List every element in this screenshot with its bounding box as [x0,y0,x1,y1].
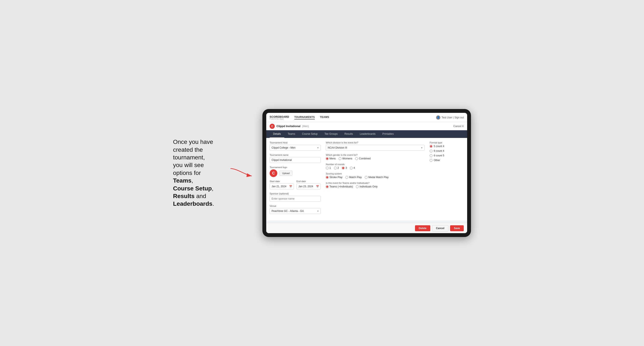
scoring-group: Scoring system Stroke Play Match Play [326,172,424,179]
rounds-4-option[interactable]: 4 [350,167,355,170]
format-other-radio[interactable] [430,159,432,162]
arrow-indicator [228,167,254,179]
gender-combined-option[interactable]: Combined [355,157,370,160]
gender-mens-option[interactable]: Mens [326,157,336,160]
logo-upload-area: C Upload [270,170,321,177]
scoring-stroke-radio[interactable] [326,176,328,179]
cancel-top-button[interactable]: Cancel X [453,125,464,128]
tab-results[interactable]: Results [341,130,356,138]
end-date-calendar-icon: 📅 [316,185,319,188]
rounds-label: Number of rounds [326,163,424,166]
division-group: Which division is the event for? NCAA Di… [326,141,424,151]
tab-leaderboards[interactable]: Leaderboards [356,130,379,138]
intro-text: Once you have created the tournament, yo… [173,138,220,208]
delete-button[interactable]: Delete [415,225,430,231]
format-6count5-option[interactable]: 6 count 5 [430,154,464,157]
tournament-host-group: Tournament Host Clippd College - Men ▼ [270,141,321,151]
gender-combined-radio[interactable] [355,157,358,160]
tournament-header: C Clippd Invitational (Men) Cancel X [266,122,467,130]
teams-plus-individuals-option[interactable]: Teams (+Individuals) [326,185,353,188]
rounds-4-radio[interactable] [350,167,353,170]
format-6count4-option[interactable]: 6 count 4 [430,149,464,152]
tab-teams[interactable]: Teams [284,130,298,138]
scoring-match-radio[interactable] [346,176,348,179]
rounds-1-radio[interactable] [326,167,328,170]
save-button[interactable]: Save [450,225,464,231]
division-select[interactable]: NCAA Division III [326,145,424,151]
tournament-name: Clippd Invitational [276,125,300,128]
tournament-name-label: Tournament name [270,154,321,156]
gender-womens-option[interactable]: Womens [338,157,352,160]
user-area: 👤 Test User | Sign out [436,115,464,120]
tab-tee-groups[interactable]: Tee Groups [321,130,341,138]
teams-plus-radio[interactable] [326,185,328,188]
format-6count4-radio[interactable] [430,150,432,152]
upload-button[interactable]: Upload [280,171,292,176]
tab-printables[interactable]: Printables [379,130,397,138]
tournament-tag: (Men) [302,125,309,128]
scoring-medal-radio[interactable] [365,176,368,179]
gender-group: Which gender is the event for? Mens Wome… [326,154,424,160]
format-type-label: Format type [430,141,464,144]
user-avatar-icon: 👤 [436,115,440,120]
tournament-host-select[interactable]: Clippd College - Men [270,145,321,151]
start-date-calendar-icon: 📅 [289,185,292,188]
nav-tournaments[interactable]: TOURNAMENTS [294,116,315,119]
tournament-name-group: Tournament name [270,154,321,163]
rounds-radio-group: 1 2 3 4 [326,167,424,170]
end-date-group: End date 📅 [296,180,321,189]
tab-details[interactable]: Details [270,130,284,138]
tournament-logo-label: Tournament logo [270,166,321,169]
division-label: Which division is the event for? [326,141,424,144]
tablet-frame: SCOREBOARD Powered by clippd TOURNAMENTS… [262,109,471,237]
user-label[interactable]: Test User | Sign out [442,116,464,119]
format-5count4-option[interactable]: 5 count 4 [430,145,464,148]
rounds-2-radio[interactable] [334,167,337,170]
rounds-2-option[interactable]: 2 [334,167,339,170]
col-left: Tournament Host Clippd College - Men ▼ T… [270,141,321,217]
end-date-label: End date [296,180,321,182]
bottom-bar: Delete Cancel Save [266,223,467,233]
logo-preview: C [270,170,277,177]
venue-select[interactable]: Peachtree GC - Atlanta - GA [270,208,321,214]
tab-course-setup[interactable]: Course Setup [298,130,321,138]
rounds-1-option[interactable]: 1 [326,167,331,170]
format-6count5-radio[interactable] [430,154,432,157]
scoring-stroke-option[interactable]: Stroke Play [326,176,342,179]
sponsor-input[interactable] [270,196,321,202]
section-divider [266,220,467,223]
gender-label: Which gender is the event for? [326,154,424,156]
sponsor-group: Sponsor (optional) [270,192,321,202]
format-other-option[interactable]: Other [430,159,464,162]
individuals-only-radio[interactable] [356,185,358,188]
format-group: 5 count 4 6 count 4 6 count 5 Other [430,145,464,162]
gender-womens-radio[interactable] [338,157,341,160]
scoring-medal-option[interactable]: Medal Match Play [365,176,388,179]
nav-links: TOURNAMENTS TEAMS [294,116,329,119]
start-date-label: Start date [270,180,294,182]
rounds-3-radio[interactable] [342,167,344,170]
sponsor-label: Sponsor (optional) [270,192,321,195]
teams-group: Is this event for Teams and/or Individua… [326,182,424,188]
teams-radio-group: Teams (+Individuals) Individuals Only [326,185,424,188]
tournament-name-input[interactable] [270,157,321,163]
format-5count4-radio[interactable] [430,145,432,148]
tournament-logo-circle: C [270,124,275,129]
gender-mens-radio[interactable] [326,157,328,160]
individuals-only-option[interactable]: Individuals Only [356,185,378,188]
nav-teams[interactable]: TEAMS [320,116,329,119]
scoring-label: Scoring system [326,172,424,175]
gender-radio-group: Mens Womens Combined [326,157,424,160]
main-content: Tournament Host Clippd College - Men ▼ T… [266,138,467,220]
venue-label: Venue [270,205,321,207]
scoring-match-option[interactable]: Match Play [346,176,362,179]
rounds-3-option[interactable]: 3 [342,167,347,170]
rounds-group: Number of rounds 1 2 [326,163,424,170]
venue-group: Venue Peachtree GC - Atlanta - GA ▼ [270,205,321,214]
tournament-logo-group: Tournament logo C Upload [270,166,321,177]
teams-label: Is this event for Teams and/or Individua… [326,182,424,184]
cancel-button[interactable]: Cancel [432,225,448,231]
col-right: Format type 5 count 4 6 count 4 6 co [430,141,464,217]
date-row: Start date 📅 End date 📅 [270,180,321,189]
tab-bar: Details Teams Course Setup Tee Groups Re… [266,130,467,138]
